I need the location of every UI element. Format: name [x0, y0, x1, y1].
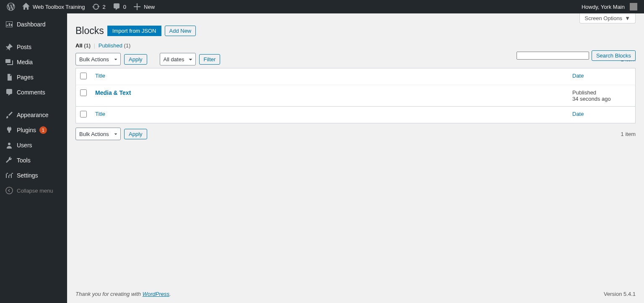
sidebar-item-pages[interactable]: Pages — [0, 70, 67, 85]
main-content: Screen Options ▼ Blocks Import from JSON… — [67, 13, 644, 303]
collapse-menu[interactable]: Collapse menu — [0, 183, 67, 198]
svg-point-0 — [6, 187, 13, 194]
media-icon — [5, 58, 13, 66]
pin-icon — [5, 43, 13, 51]
sidebar-label: Comments — [17, 89, 45, 96]
my-account-link[interactable]: Howdy, York Main — [578, 0, 641, 13]
row-checkbox[interactable] — [80, 89, 87, 96]
screen-options-label: Screen Options — [585, 15, 623, 21]
avatar — [630, 3, 637, 10]
sidebar-label: Plugins — [17, 127, 36, 133]
sidebar-label: Tools — [17, 157, 31, 164]
row-date-status: Published — [572, 89, 596, 96]
date-filter-select[interactable]: All dates — [160, 53, 196, 65]
admin-footer: Thank you for creating with WordPress. V… — [75, 283, 636, 303]
import-json-button[interactable]: Import from JSON — [107, 26, 161, 36]
brush-icon — [5, 111, 13, 119]
sidebar-label: Collapse menu — [17, 188, 53, 194]
sidebar-label: Users — [17, 142, 32, 149]
sidebar-item-posts[interactable]: Posts — [0, 39, 67, 55]
filter-all[interactable]: All (1) — [75, 42, 91, 49]
bulk-actions-select-top[interactable]: Bulk Actions — [75, 53, 121, 65]
site-home-link[interactable]: Web Toolbox Training — [18, 0, 88, 13]
sidebar-label: Dashboard — [17, 21, 46, 28]
screen-options-tab[interactable]: Screen Options ▼ — [579, 13, 636, 24]
bulk-actions-select-bottom[interactable]: Bulk Actions — [75, 128, 121, 140]
search-button[interactable]: Search Blocks — [592, 50, 636, 61]
wrench-icon — [5, 156, 13, 165]
table-row: Media & Text Published 34 seconds ago — [76, 85, 635, 106]
sidebar-item-appearance[interactable]: Appearance — [0, 107, 67, 123]
collapse-icon — [5, 186, 13, 195]
row-date-relative: 34 seconds ago — [572, 96, 611, 102]
howdy-text: Howdy, York Main — [582, 4, 625, 10]
filter-published[interactable]: Published (1) — [99, 42, 131, 49]
new-label: New — [144, 4, 155, 10]
page-title: Blocks — [75, 25, 104, 37]
sidebar-item-media[interactable]: Media — [0, 55, 67, 70]
comment-icon — [5, 88, 13, 97]
column-date-header[interactable]: Date — [572, 73, 584, 79]
comment-icon — [112, 3, 121, 11]
select-all-bottom[interactable] — [80, 111, 87, 118]
admin-sidebar: Dashboard Posts Media Pages Comments App… — [0, 13, 67, 303]
admin-toolbar: Web Toolbox Training 2 0 New Howdy, York… — [0, 0, 644, 13]
apply-button-top[interactable]: Apply — [124, 54, 147, 65]
sidebar-item-tools[interactable]: Tools — [0, 153, 67, 168]
column-title-footer[interactable]: Title — [95, 111, 105, 117]
item-count-bottom: 1 item — [621, 131, 636, 137]
filter-button[interactable]: Filter — [199, 54, 221, 65]
apply-button-bottom[interactable]: Apply — [124, 129, 147, 139]
sidebar-item-dashboard[interactable]: Dashboard — [0, 17, 67, 32]
sidebar-label: Posts — [17, 44, 31, 50]
comments-link[interactable]: 0 — [109, 0, 130, 13]
footer-thankyou: Thank you for creating with — [75, 291, 143, 297]
status-filters: All (1) | Published (1) — [75, 42, 636, 49]
plus-icon — [133, 3, 141, 11]
sidebar-label: Pages — [17, 74, 34, 81]
version-text: Version 5.4.1 — [604, 291, 636, 297]
site-name: Web Toolbox Training — [33, 4, 85, 10]
comments-count: 0 — [123, 4, 126, 10]
page-icon — [5, 73, 13, 81]
sidebar-item-settings[interactable]: Settings — [0, 168, 67, 183]
column-date-footer[interactable]: Date — [572, 111, 584, 117]
row-title-link[interactable]: Media & Text — [95, 89, 131, 96]
sidebar-item-comments[interactable]: Comments — [0, 85, 67, 100]
sliders-icon — [5, 171, 13, 180]
column-title-header[interactable]: Title — [95, 73, 105, 79]
refresh-icon — [92, 3, 100, 11]
sidebar-item-users[interactable]: Users — [0, 138, 67, 153]
new-content-link[interactable]: New — [130, 0, 158, 13]
search-input[interactable] — [517, 52, 589, 60]
plugins-badge: 1 — [39, 126, 47, 134]
sidebar-label: Settings — [17, 172, 38, 179]
sidebar-label: Media — [17, 59, 33, 65]
add-new-button[interactable]: Add New — [165, 26, 196, 36]
select-all-top[interactable] — [80, 73, 87, 79]
blocks-table: Title Date Media & Text Published 34 sec… — [75, 68, 636, 123]
wordpress-icon — [7, 3, 15, 11]
home-icon — [22, 3, 30, 11]
user-icon — [5, 141, 13, 149]
updates-link[interactable]: 2 — [88, 0, 109, 13]
triangle-down-icon: ▼ — [625, 15, 630, 21]
sidebar-label: Appearance — [17, 112, 49, 118]
sidebar-item-plugins[interactable]: Plugins 1 — [0, 123, 67, 138]
wordpress-link[interactable]: WordPress — [143, 291, 169, 297]
dashboard-icon — [5, 20, 13, 29]
wp-logo[interactable] — [3, 0, 18, 13]
updates-count: 2 — [103, 4, 106, 10]
plug-icon — [5, 126, 13, 134]
